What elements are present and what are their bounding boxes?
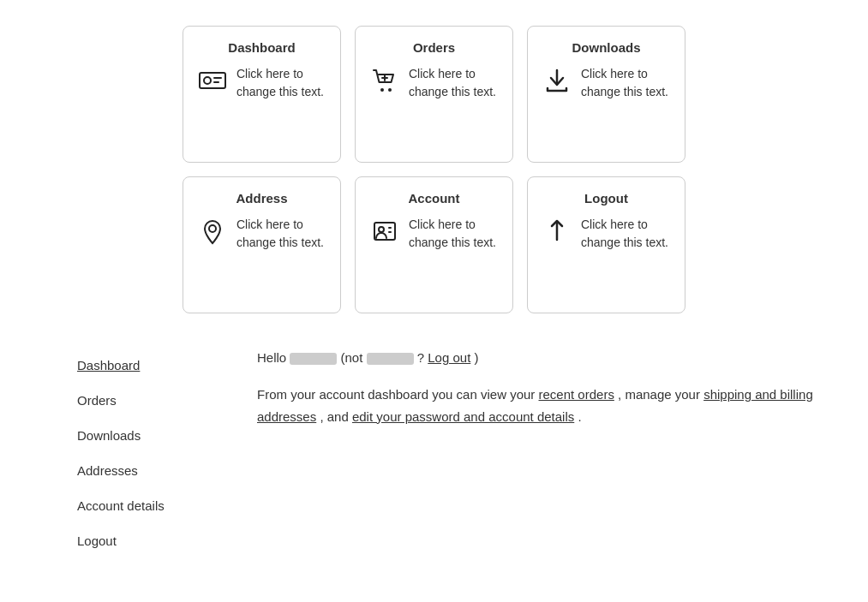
id-card-icon xyxy=(197,65,228,96)
recent-orders-link[interactable]: recent orders xyxy=(539,387,614,402)
card-address[interactable]: Address Click here to change this text. xyxy=(183,176,341,313)
greeting-hello: Hello xyxy=(257,350,286,365)
card-address-title: Address xyxy=(236,191,287,206)
card-downloads[interactable]: Downloads Click here to change this text… xyxy=(527,26,685,163)
svg-rect-3 xyxy=(213,81,219,83)
card-account-title: Account xyxy=(409,191,460,206)
desc-text-end: . xyxy=(578,409,581,424)
card-logout-body: Click here to change this text. xyxy=(542,216,671,252)
sidebar-item-downloads[interactable]: Downloads xyxy=(77,418,206,453)
main-content: Hello (not ? Log out ) From your account… xyxy=(257,348,842,558)
sidebar-item-account-details[interactable]: Account details xyxy=(77,488,206,523)
svg-rect-9 xyxy=(388,227,392,229)
svg-rect-10 xyxy=(388,231,392,233)
sidebar-item-dashboard[interactable]: Dashboard xyxy=(77,348,206,383)
card-orders-title: Orders xyxy=(413,40,455,55)
bottom-section: Dashboard Orders Downloads Addresses Acc… xyxy=(26,348,842,558)
sidebar-nav: Dashboard Orders Downloads Addresses Acc… xyxy=(77,348,206,558)
card-orders-body: Click here to change this text. xyxy=(369,65,499,101)
svg-rect-2 xyxy=(213,77,222,79)
greeting-question: ? xyxy=(417,350,424,365)
card-orders-text: Click here to change this text. xyxy=(409,65,499,101)
greeting-not: (not xyxy=(341,350,363,365)
greeting: Hello (not ? Log out ) xyxy=(257,348,842,368)
desc-text-3: , and xyxy=(320,409,348,424)
card-logout[interactable]: Logout Click here to change this text. xyxy=(527,176,685,313)
card-account-text: Click here to change this text. xyxy=(409,216,499,252)
card-dashboard[interactable]: Dashboard Click here to change this text… xyxy=(183,26,341,163)
sidebar-item-logout[interactable]: Logout xyxy=(77,523,206,558)
download-icon xyxy=(542,65,572,96)
card-downloads-title: Downloads xyxy=(572,40,640,55)
card-dashboard-text: Click here to change this text. xyxy=(236,65,326,101)
svg-point-5 xyxy=(388,88,392,92)
card-orders[interactable]: Orders Click here to change this text. xyxy=(355,26,513,163)
card-downloads-text: Click here to change this text. xyxy=(581,65,671,101)
card-dashboard-body: Click here to change this text. xyxy=(197,65,326,101)
card-downloads-body: Click here to change this text. xyxy=(542,65,671,101)
username-redacted xyxy=(290,353,337,365)
card-address-text: Click here to change this text. xyxy=(236,216,326,252)
logout-icon xyxy=(542,216,572,247)
svg-point-4 xyxy=(380,88,384,92)
desc-text-1: From your account dashboard you can view… xyxy=(257,387,535,402)
card-logout-title: Logout xyxy=(584,191,628,206)
svg-point-8 xyxy=(379,227,384,232)
cart-icon xyxy=(369,65,400,96)
card-dashboard-title: Dashboard xyxy=(228,40,295,55)
card-logout-text: Click here to change this text. xyxy=(581,216,671,252)
dashboard-description: From your account dashboard you can view… xyxy=(257,384,842,427)
cards-grid: Dashboard Click here to change this text… xyxy=(26,26,842,313)
username2-redacted xyxy=(367,353,414,365)
card-account-body: Click here to change this text. xyxy=(369,216,499,252)
card-account[interactable]: Account Click here to change this text. xyxy=(355,176,513,313)
svg-rect-7 xyxy=(374,223,395,240)
account-icon xyxy=(369,216,400,247)
svg-point-6 xyxy=(209,225,216,232)
location-icon xyxy=(197,216,228,247)
account-details-link[interactable]: edit your password and account details xyxy=(352,409,574,424)
greeting-close-paren: ) xyxy=(474,350,478,365)
svg-point-1 xyxy=(204,77,211,84)
log-out-link[interactable]: Log out xyxy=(428,350,470,365)
desc-text-2: , manage your xyxy=(618,387,700,402)
sidebar-item-addresses[interactable]: Addresses xyxy=(77,453,206,488)
sidebar-item-orders[interactable]: Orders xyxy=(77,383,206,418)
card-address-body: Click here to change this text. xyxy=(197,216,326,252)
